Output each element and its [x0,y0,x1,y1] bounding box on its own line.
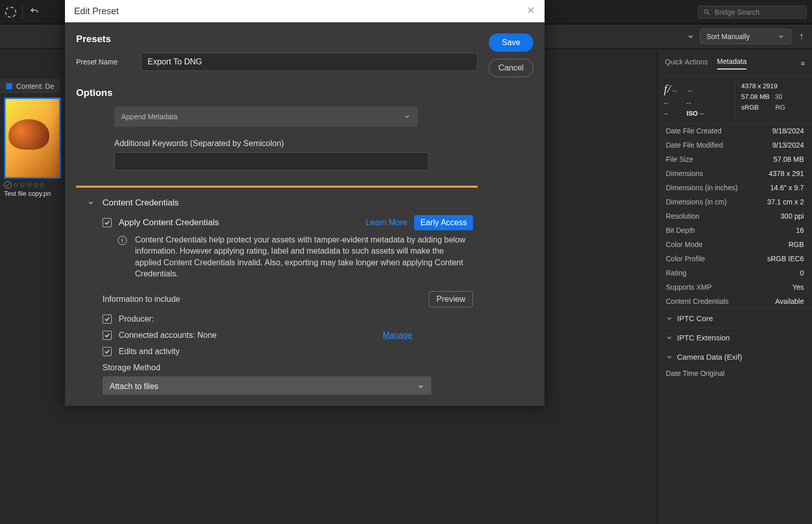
metadata-row: Dimensions (in inches)14.6" x 9.7 [658,181,812,195]
metadata-key: Rating [666,269,800,277]
close-icon[interactable] [526,6,535,17]
connected-accounts-checkbox[interactable] [103,331,112,340]
metadata-section-header[interactable]: Camera Data (Exif) [658,347,812,366]
thumbnail-filename: Test file copy.pn [4,190,64,197]
undo-icon[interactable] [29,6,40,18]
producer-label: Producer: [119,315,154,324]
metadata-key: Bit Depth [666,226,796,234]
tab-quick-actions[interactable]: Quick Actions [665,58,708,69]
metadata-value: 0 [800,269,804,277]
storage-method-label: Storage Method [103,363,473,372]
metadata-row: Content CredentialsAvailable [658,294,812,308]
metadata-value: 9/18/2024 [772,127,804,135]
rating-stars[interactable]: ☆☆☆☆☆ [4,181,64,189]
cancel-button[interactable]: Cancel [489,59,533,77]
early-access-badge: Early Access [414,215,473,230]
info-icon: i [118,236,127,245]
section-label: IPTC Core [677,314,713,323]
dialog-title: Edit Preset [74,6,119,17]
append-metadata-dropdown[interactable]: Append Metadata [114,107,418,127]
preview-button[interactable]: Preview [429,291,473,307]
metadata-row: Date File Modified9/13/2024 [658,138,812,152]
metadata-row: File Size57.08 MB [658,152,812,166]
thumbnail[interactable] [4,97,61,179]
manage-link[interactable]: Manage [383,331,412,340]
content-credentials-title: Content Credentials [103,198,179,208]
edits-activity-checkbox[interactable] [103,347,112,356]
metadata-value: 14.6" x 9.7 [770,184,804,192]
metadata-panel-tabs: Quick Actions Metadata ≡ [658,51,812,76]
content-browser: ☆☆☆☆☆ Test file copy.pn [4,97,64,197]
producer-checkbox[interactable] [103,315,112,324]
learn-more-link[interactable]: Learn More [366,218,408,227]
metadata-key: Dimensions [666,169,769,178]
metadata-readout: f/ -- -- -- -- -- ISO -- 4378 x 2919 57.… [658,76,812,124]
edits-activity-label: Edits and activity [119,347,180,356]
content-panel-tab[interactable]: Content: De [0,79,60,93]
content-credentials-header[interactable]: Content Credentials [87,198,473,208]
panel-menu-icon[interactable]: ≡ [801,59,805,67]
metadata-value: sRGB IEC6 [767,255,804,263]
include-header: Information to include [103,295,180,304]
save-button[interactable]: Save [489,33,533,52]
apply-cc-checkbox[interactable] [103,218,112,227]
storage-method-dropdown[interactable]: Attach to files [103,376,431,395]
connected-accounts-label: Connected accounts: None [119,331,217,340]
additional-keywords-label: Additional Keywords (Separated by Semico… [114,139,478,148]
cc-description: Content Credentials help protect your as… [135,234,468,280]
content-label: Content: De [16,82,54,90]
apply-cc-label: Apply Content Credentials [119,218,219,228]
presets-header: Presets [76,33,478,45]
metadata-key: File Size [666,155,773,163]
search-placeholder: Bridge Search [715,8,760,16]
additional-keywords-input[interactable] [114,152,429,170]
metadata-panel: Quick Actions Metadata ≡ f/ -- -- -- -- … [657,51,812,524]
chevron-down-icon [666,315,673,322]
metadata-key: Supports XMP [666,283,792,291]
chevron-down-icon [666,354,673,361]
dialog-content: Presets Preset Name Options Append Metad… [76,33,478,395]
metadata-value: 37.1 cm x 2 [767,198,804,206]
metadata-row: Supports XMPYes [658,280,812,294]
chevron-down-icon [403,113,411,120]
svg-point-0 [704,10,708,13]
search-input[interactable]: Bridge Search [698,6,807,19]
metadata-value: 300 ppi [781,212,804,220]
metadata-key: Dimensions (in inches) [666,184,770,192]
sort-dropdown[interactable]: Sort Manually [700,29,791,44]
content-credentials-section: Content Credentials Apply Content Creden… [76,186,478,395]
metadata-key: Resolution [666,212,781,220]
reject-icon[interactable] [4,181,12,189]
metadata-row: Color ModeRGB [658,237,812,252]
metadata-key: Content Credentials [666,297,775,305]
metadata-section-header[interactable]: IPTC Extension [658,328,812,347]
sort-label: Sort Manually [706,32,750,41]
metadata-row: Date Time Original [658,366,812,380]
sort-direction-button[interactable]: ↑ [796,29,807,44]
fstop-label: f/ [664,82,670,95]
chevron-down-icon[interactable] [687,32,695,41]
metadata-value: Yes [792,283,804,291]
chevron-down-icon [666,334,673,341]
metadata-row: Resolution300 ppi [658,209,812,223]
app-logo-icon [5,7,16,18]
section-label: IPTC Extension [677,333,730,342]
chevron-down-icon [417,383,424,390]
metadata-value: Available [775,297,804,305]
metadata-key: Date File Modified [666,141,772,149]
chevron-down-icon [87,199,94,206]
metadata-row: Date File Created9/18/2024 [658,124,812,138]
metadata-list: Date File Created9/18/2024Date File Modi… [658,124,812,308]
metadata-section-header[interactable]: IPTC Core [658,308,812,328]
section-label: Camera Data (Exif) [677,353,742,361]
metadata-key: Dimensions (in cm) [666,198,767,206]
tab-metadata[interactable]: Metadata [717,57,747,69]
dialog-titlebar: Edit Preset [65,0,545,22]
metadata-value: 4378 x 291 [769,169,804,178]
preset-name-label: Preset Name [76,58,132,66]
metadata-value: RGB [789,240,804,249]
storage-method-value: Attach to files [110,382,158,391]
preset-name-input[interactable] [141,53,478,71]
metadata-key: Date File Created [666,127,772,135]
metadata-row: Dimensions (in cm)37.1 cm x 2 [658,195,812,209]
